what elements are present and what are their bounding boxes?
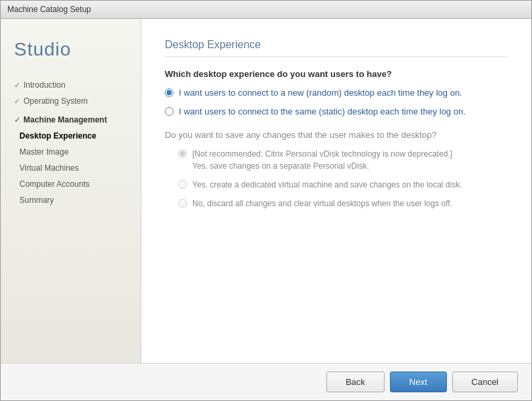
sidebar-label-introduction: Introduction: [23, 80, 66, 90]
main-content: Desktop Experience Which desktop experie…: [141, 19, 531, 363]
sidebar-label-operating-system: Operating System: [23, 96, 88, 106]
radio-option-random[interactable]: I want users to connect to a new (random…: [165, 87, 508, 99]
window-title: Machine Catalog Setup: [7, 5, 91, 14]
footer: Back Next Cancel: [1, 363, 531, 400]
check-icon-machine-management: ✓: [14, 116, 20, 125]
check-icon-operating-system: ✓: [14, 97, 20, 106]
sidebar-item-virtual-machines[interactable]: Virtual Machines: [1, 160, 141, 176]
sub-radio-option-pvdisk[interactable]: [Not recommended: Citrix Personal vDisk …: [178, 148, 508, 172]
sidebar-label-master-image: Master Image: [19, 147, 68, 157]
radio-random-label: I want users to connect to a new (random…: [179, 87, 462, 99]
sub-section: Do you want to save any changes that the…: [165, 130, 508, 210]
back-button[interactable]: Back: [326, 372, 385, 392]
sidebar-label-summary: Summary: [19, 195, 54, 205]
sidebar-label-computer-accounts: Computer Accounts: [19, 179, 90, 189]
sidebar-item-operating-system[interactable]: ✓ Operating System: [1, 93, 141, 109]
radio-static-label: I want users to connect to the same (sta…: [179, 106, 466, 118]
sidebar-label-desktop-experience: Desktop Experience: [19, 131, 96, 141]
next-button[interactable]: Next: [390, 372, 447, 392]
radio-option-static[interactable]: I want users to connect to the same (sta…: [165, 106, 508, 118]
sub-radio-option-local-disk[interactable]: Yes, create a dedicated virtual machine …: [178, 179, 508, 191]
title-bar: Machine Catalog Setup: [1, 1, 531, 19]
cancel-button[interactable]: Cancel: [452, 372, 518, 392]
sidebar-title: Studio: [1, 32, 141, 77]
sub-radio-local-disk[interactable]: [178, 180, 187, 189]
sidebar-label-machine-management: Machine Management: [23, 115, 107, 125]
question1: Which desktop experience do you want use…: [165, 69, 508, 79]
sidebar-item-master-image[interactable]: Master Image: [1, 144, 141, 160]
sidebar-item-desktop-experience[interactable]: Desktop Experience: [1, 128, 141, 144]
check-icon-introduction: ✓: [14, 81, 20, 90]
sidebar-label-virtual-machines: Virtual Machines: [19, 163, 79, 173]
main-window: Machine Catalog Setup Studio ✓ Introduct…: [0, 0, 532, 401]
sidebar-item-introduction[interactable]: ✓ Introduction: [1, 77, 141, 93]
sub-radio-option-discard[interactable]: No, discard all changes and clear virtua…: [178, 197, 508, 210]
question2: Do you want to save any changes that the…: [165, 130, 508, 140]
sidebar: Studio ✓ Introduction ✓ Operating System…: [1, 19, 141, 363]
sub-radio-discard-label: No, discard all changes and clear virtua…: [192, 197, 452, 210]
sub-radio-discard[interactable]: [178, 199, 187, 208]
sub-radio-local-disk-label: Yes, create a dedicated virtual machine …: [192, 179, 462, 191]
radio-static[interactable]: [165, 107, 174, 116]
sub-radio-pvdisk-label: [Not recommended: Citrix Personal vDisk …: [192, 148, 452, 172]
sidebar-item-machine-management[interactable]: ✓ Machine Management: [1, 112, 141, 128]
page-title: Desktop Experience: [165, 39, 508, 57]
content-area: Studio ✓ Introduction ✓ Operating System…: [1, 19, 531, 363]
radio-random[interactable]: [165, 88, 174, 97]
sub-radio-pvdisk[interactable]: [178, 149, 187, 158]
sidebar-item-computer-accounts[interactable]: Computer Accounts: [1, 176, 141, 192]
sidebar-item-summary[interactable]: Summary: [1, 192, 141, 208]
